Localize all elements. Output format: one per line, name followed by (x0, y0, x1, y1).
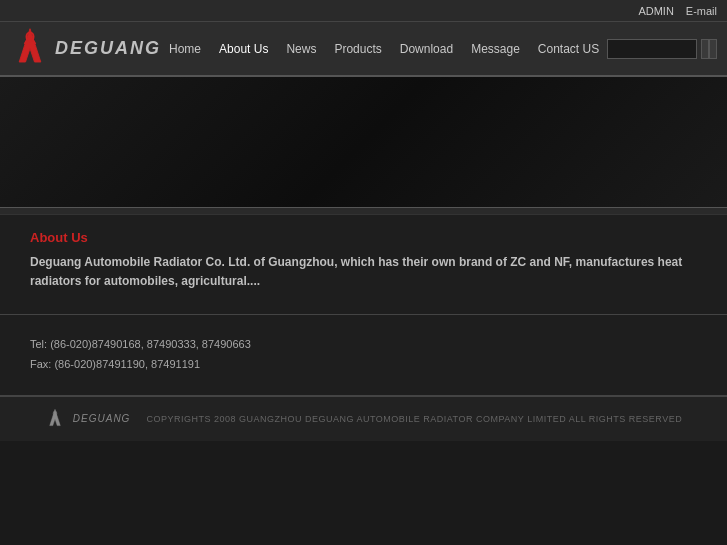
nav-about[interactable]: About Us (211, 38, 276, 60)
nav-home[interactable]: Home (161, 38, 209, 60)
about-title: About Us (30, 230, 697, 245)
nav-download[interactable]: Download (392, 38, 461, 60)
admin-link[interactable]: ADMIN (638, 5, 673, 17)
banner (0, 77, 727, 207)
nav-bar: Home About Us News Products Download Mes… (161, 38, 607, 60)
header: DEGUANG Home About Us News Products Down… (0, 22, 727, 77)
contact-area: Tel: (86-020)87490168, 87490333, 8749066… (0, 315, 727, 396)
footer: DEGUANG COPYRIGHTS 2008 GUANGZHOU DEGUAN… (0, 396, 727, 441)
nav-news[interactable]: News (278, 38, 324, 60)
logo-area: DEGUANG (10, 26, 161, 71)
footer-logo-icon (45, 408, 65, 430)
top-bar: ADMIN E-mail (0, 0, 727, 22)
nav-message[interactable]: Message (463, 38, 528, 60)
email-link[interactable]: E-mail (686, 5, 717, 17)
search-button[interactable] (701, 39, 709, 59)
banner-image (0, 77, 727, 207)
main-content: About Us Deguang Automobile Radiator Co.… (0, 215, 727, 315)
search-input[interactable] (607, 39, 697, 59)
logo-text: DEGUANG (55, 38, 161, 59)
language-button[interactable] (709, 39, 717, 59)
footer-copyright: COPYRIGHTS 2008 GUANGZHOU DEGUANG AUTOMO… (146, 414, 682, 424)
content-strip (0, 207, 727, 215)
contact-tel: Tel: (86-020)87490168, 87490333, 8749066… (30, 335, 697, 355)
logo-icon (10, 26, 50, 71)
nav-products[interactable]: Products (326, 38, 389, 60)
footer-logo-text: DEGUANG (73, 413, 131, 424)
contact-fax: Fax: (86-020)87491190, 87491191 (30, 355, 697, 375)
about-body: Deguang Automobile Radiator Co. Ltd. of … (30, 253, 697, 291)
nav-contact[interactable]: Contact US (530, 38, 607, 60)
